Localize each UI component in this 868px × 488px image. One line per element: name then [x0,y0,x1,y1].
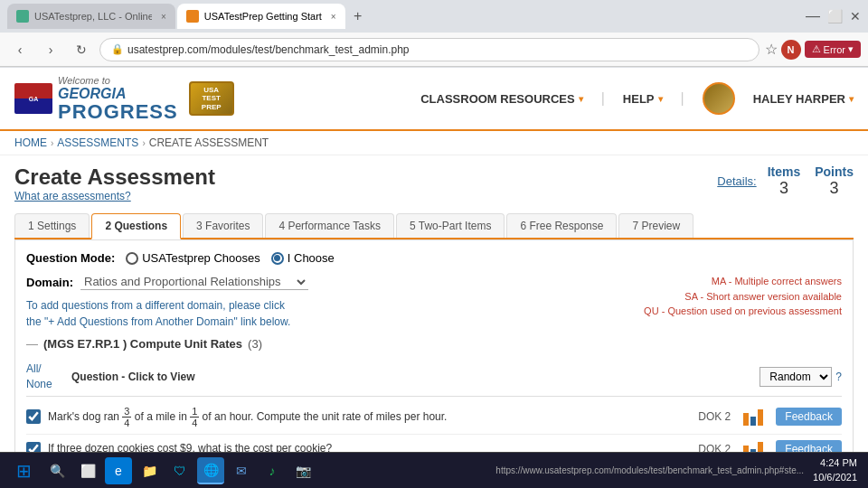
taskbar: ⊞ 🔍 ⬜ e 📁 🛡 🌐 ✉ ♪ 📷 https://www.usatestp… [0,452,868,488]
error-button[interactable]: ⚠ Error ▾ [805,41,861,58]
user-menu[interactable]: HALEY HARPER ▾ [753,92,854,106]
bar-1 [743,413,749,426]
domain-notice: To add questions from a different domain… [26,297,308,330]
help-menu[interactable]: HELP ▾ [623,92,663,106]
question-text-1[interactable]: Mark's dog ran 34 of a mile in 14 of an … [48,406,691,428]
tab-close-1[interactable]: × [161,12,166,22]
details-link[interactable]: Details: [717,174,756,188]
all-none-links: All/ None [26,361,71,392]
fraction-1-4: 14 [190,406,199,428]
profile-circle[interactable]: N [781,40,801,60]
tab-two-part[interactable]: 5 Two-Part Items [396,213,505,238]
question-mode-label: Question Mode: [26,251,115,265]
tab-free-response[interactable]: 6 Free Response [506,213,617,238]
breadcrumb-current: CREATE ASSESSMENT [149,136,269,149]
radio-circle-1 [126,252,138,265]
logo-text-group: Welcome to GEORGIA PROGRESS [58,75,178,122]
tab-settings[interactable]: 1 Settings [14,213,90,238]
points-value: 3 [830,179,839,198]
music-icon[interactable]: ♪ [259,457,286,484]
restore-button[interactable]: ⬜ [827,9,843,23]
assessment-tabs: 1 Settings 2 Questions 3 Favorites 4 Per… [14,213,854,239]
error-chevron-icon: ▾ [848,43,854,55]
items-label: Items [768,164,801,179]
radio-dot-2 [274,255,280,261]
nav-separator-2: | [681,90,684,107]
tab-performance-tasks[interactable]: 4 Performance Tasks [265,213,394,238]
breadcrumb-arrow-2: › [142,138,145,148]
file-explorer-icon[interactable]: 📁 [136,457,163,484]
start-button[interactable]: ⊞ [7,455,40,487]
what-are-assessments-link[interactable]: What are assessments? [14,190,215,202]
question-checkbox-1[interactable] [26,409,41,424]
windows-security-icon[interactable]: 🛡 [166,457,193,484]
standard-dash: — [26,337,38,351]
mail-icon[interactable]: ✉ [228,457,255,484]
items-value: 3 [779,179,788,198]
question-chart-1 [743,408,763,426]
question-panel: Question Mode: USATestprep Chooses I Cho… [14,239,854,488]
logo-flag: GA [14,83,52,114]
logo-area: GA Welcome to GEORGIA PROGRESS USATESTPR… [14,75,234,122]
tab-preview[interactable]: 7 Preview [618,213,693,238]
radio-i-choose[interactable]: I Choose [271,251,335,265]
tab-favorites[interactable]: 3 Favorites [183,213,263,238]
question-mark-help[interactable]: ? [835,371,842,383]
breadcrumb-assessments[interactable]: ASSESSMENTS [57,136,138,149]
header-nav: CLASSROOM RESOURCES ▾ | HELP ▾ | HALEY H… [249,82,854,115]
classroom-resources-arrow: ▾ [579,94,583,104]
domain-select[interactable]: Ratios and Proportional Relationships [80,274,308,290]
question-col-header: Question - Click to View [71,371,760,383]
address-bar[interactable]: 🔒 usatestprep.com/modules/test/benchmark… [99,38,760,61]
points-label: Points [815,164,854,179]
page-content: GA Welcome to GEORGIA PROGRESS USATESTPR… [0,68,868,488]
bookmark-star[interactable]: ☆ [765,41,778,58]
tab-favicon-1 [16,10,29,23]
forward-button[interactable]: › [38,37,63,62]
standard-label: (MGS E7.RP.1 ) Compute Unit Rates [43,337,242,351]
close-browser-button[interactable]: ✕ [850,9,861,23]
site-logo-badge: USATESTPREP [189,81,234,116]
browser-tab-1[interactable]: USATestprep, LLC - Online State... × [7,4,175,29]
nav-separator-1: | [601,90,605,107]
reload-button[interactable]: ↻ [69,37,94,62]
radio-usatestprep-chooses[interactable]: USATestprep Chooses [126,251,260,265]
domain-row: Domain: Ratios and Proportional Relation… [26,274,308,290]
camera-icon[interactable]: 📷 [289,457,316,484]
search-taskbar-button[interactable]: 🔍 [43,457,71,484]
new-tab-button[interactable]: + [347,5,369,27]
minimize-button[interactable]: — [806,8,820,24]
task-view-button[interactable]: ⬜ [74,457,101,484]
tab-close-2[interactable]: × [331,12,336,22]
classroom-resources-menu[interactable]: CLASSROOM RESOURCES ▾ [420,92,582,106]
points-count-col: Points 3 [815,164,854,198]
taskbar-clock: 4:24 PM 10/6/2021 [813,456,857,484]
back-button[interactable]: ‹ [7,37,33,62]
bar-2 [750,417,756,426]
progress-text: PROGRESS [58,102,178,122]
random-select[interactable]: Random [760,367,832,387]
standard-count: (3) [248,337,262,351]
fraction-3-4: 34 [122,406,131,428]
user-menu-arrow: ▾ [849,94,854,104]
flag-text: GA [29,96,39,102]
tab-label-2: USATestPrep Getting Started - G... [204,11,322,22]
edge-browser-icon[interactable]: e [105,457,132,484]
browser-tab-2[interactable]: USATestPrep Getting Started - G... × [177,4,345,29]
windows-icon: ⊞ [16,460,32,482]
all-link[interactable]: All/ [26,361,71,377]
domain-label: Domain: [26,276,73,289]
none-link[interactable]: None [26,377,71,392]
radio-circle-2 [271,252,284,265]
tab-favicon-2 [186,10,199,23]
question-dok-1: DOK 2 [698,410,731,423]
badge-text: USATESTPREP [202,86,222,112]
legend-qu: QU - Question used on previous assessmen… [644,304,842,319]
edge-active-icon[interactable]: 🌐 [197,457,224,484]
legend-sa: SA - Short answer version available [644,289,842,305]
user-avatar[interactable] [703,82,735,115]
feedback-button-1[interactable]: Feedback [776,408,842,426]
tab-questions[interactable]: 2 Questions [91,213,181,239]
question-row: Mark's dog ran 34 of a mile in 14 of an … [26,400,842,435]
breadcrumb-home[interactable]: HOME [14,136,47,149]
